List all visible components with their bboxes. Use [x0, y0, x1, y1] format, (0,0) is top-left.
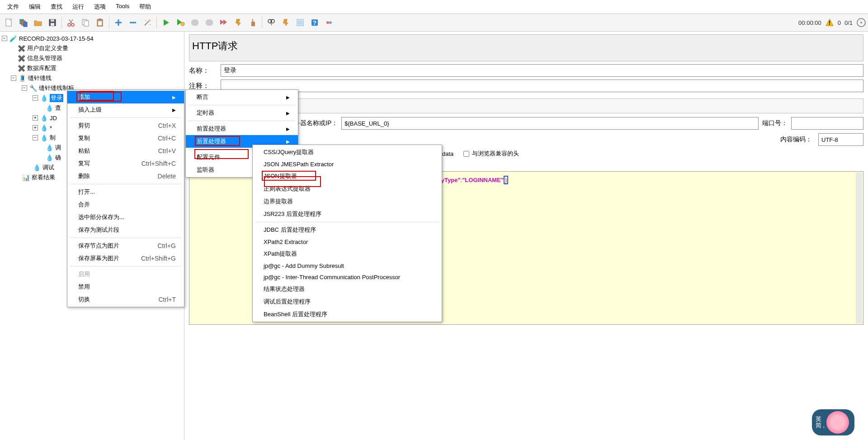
- port-label: 端口号：: [762, 119, 788, 127]
- menu-item[interactable]: 删除Delete: [67, 170, 184, 183]
- browser-compat-checkbox[interactable]: [463, 151, 469, 157]
- tree-toggle[interactable]: +: [33, 115, 38, 121]
- tree-item[interactable]: 确: [55, 154, 61, 162]
- sampler-icon: 💧: [40, 94, 48, 102]
- add-icon[interactable]: [112, 16, 125, 29]
- tree-item[interactable]: 信息头管理器: [27, 54, 62, 62]
- menu-item[interactable]: 启用: [67, 268, 184, 281]
- menu-item[interactable]: CSS/JQuery提取器: [253, 146, 442, 159]
- menu-item[interactable]: 添加▶: [67, 91, 184, 103]
- menu-help[interactable]: 帮助: [135, 2, 156, 12]
- controller-icon: 🔧: [29, 84, 37, 92]
- menu-item[interactable]: jp@gc - Add Dummy Subresult: [253, 260, 442, 271]
- menu-item[interactable]: 正则表达式提取器: [253, 183, 442, 195]
- tree-item[interactable]: 察看结果: [32, 173, 55, 182]
- menu-item[interactable]: JSON JMESPath Extractor: [253, 159, 442, 170]
- menu-item[interactable]: 定时器▶: [186, 107, 298, 119]
- tree-item[interactable]: 调: [55, 144, 61, 152]
- tree-item[interactable]: 数据库配置: [27, 64, 57, 72]
- menu-item[interactable]: 前置处理器▶: [186, 122, 298, 135]
- port-input[interactable]: [791, 117, 863, 130]
- menu-item[interactable]: 边界提取器: [253, 195, 442, 208]
- wand-icon[interactable]: [141, 16, 154, 29]
- tree-toggle[interactable]: −: [33, 95, 38, 101]
- menu-item[interactable]: JSR223 后置处理程序: [253, 208, 442, 220]
- tree-item[interactable]: 用户自定义变量: [27, 44, 68, 52]
- menu-item[interactable]: 结果状态处理器: [253, 283, 442, 295]
- tree-item-selected[interactable]: 登录: [50, 94, 63, 102]
- copy-icon[interactable]: [79, 16, 92, 29]
- search-icon[interactable]: [264, 16, 278, 29]
- comment-input[interactable]: [221, 80, 863, 92]
- tree-item[interactable]: JD: [50, 115, 57, 122]
- help-icon[interactable]: ?: [308, 16, 321, 29]
- menu-item[interactable]: 切换Ctrl+T: [67, 293, 184, 306]
- new-icon[interactable]: [2, 16, 16, 29]
- scrollbar[interactable]: [856, 173, 862, 323]
- context-menu-main[interactable]: 添加▶插入上级▶剪切Ctrl+X复制Ctrl+C粘贴Ctrl+V复写Ctrl+S…: [67, 89, 184, 307]
- tree-item[interactable]: 缝针缝线: [28, 74, 52, 82]
- listener-icon: 📊: [22, 173, 30, 182]
- tree-toggle[interactable]: +: [33, 125, 38, 131]
- open-icon[interactable]: [31, 16, 45, 29]
- ime-indicator[interactable]: 英 简 ,: [812, 409, 854, 435]
- warning-icon[interactable]: !: [825, 18, 834, 27]
- menu-item[interactable]: 合并: [67, 198, 184, 211]
- menu-item[interactable]: jp@gc - Inter-Thread Communication PostP…: [253, 271, 442, 283]
- plugin-icon[interactable]: [322, 16, 336, 29]
- tree-item[interactable]: 制: [50, 134, 56, 142]
- menu-item[interactable]: 禁用: [67, 281, 184, 293]
- tree-item[interactable]: 查: [55, 104, 61, 112]
- encoding-input[interactable]: [818, 133, 863, 146]
- menu-item[interactable]: JDBC 后置处理程序: [253, 224, 442, 236]
- tree-toggle[interactable]: −: [33, 135, 38, 140]
- menu-edit[interactable]: 编辑: [24, 2, 45, 12]
- menu-item[interactable]: 复制Ctrl+C: [67, 132, 184, 145]
- tree-toggle[interactable]: −: [2, 36, 7, 41]
- remove-icon[interactable]: [126, 16, 140, 29]
- menu-tools[interactable]: Tools: [111, 2, 134, 12]
- cut-icon[interactable]: [64, 16, 78, 29]
- tree-toggle[interactable]: −: [11, 75, 16, 81]
- function-helper-icon[interactable]: [293, 16, 307, 29]
- context-menu-postprocessor[interactable]: CSS/JQuery提取器JSON JMESPath ExtractorJSON…: [252, 145, 442, 322]
- menu-search[interactable]: 查找: [46, 2, 67, 12]
- menu-item[interactable]: XPath提取器: [253, 248, 442, 260]
- menu-item[interactable]: 断言▶: [186, 91, 298, 103]
- server-input[interactable]: [341, 117, 759, 130]
- tree-toggle[interactable]: −: [22, 85, 27, 91]
- menu-item[interactable]: 调试后置处理程序: [253, 295, 442, 308]
- menu-item[interactable]: BeanShell 后置处理程序: [253, 308, 442, 321]
- name-input[interactable]: [221, 64, 863, 77]
- menu-file[interactable]: 文件: [3, 2, 24, 12]
- menu-run[interactable]: 运行: [68, 2, 89, 12]
- menu-options[interactable]: 选项: [90, 2, 110, 12]
- tree-item[interactable]: 调试: [42, 164, 54, 172]
- save-icon[interactable]: [46, 16, 59, 29]
- stop-icon[interactable]: [188, 16, 202, 29]
- menu-item[interactable]: 保存节点为图片Ctrl+G: [67, 239, 184, 252]
- start-icon[interactable]: [159, 16, 173, 29]
- menu-item[interactable]: 插入上级▶: [67, 103, 184, 116]
- menu-item[interactable]: 打开...: [67, 186, 184, 198]
- menu-item[interactable]: 粘贴Ctrl+V: [67, 145, 184, 157]
- gauge-icon[interactable]: [856, 18, 866, 28]
- menu-item[interactable]: XPath2 Extractor: [253, 236, 442, 248]
- menu-item[interactable]: 复写Ctrl+Shift+C: [67, 157, 184, 170]
- menu-item[interactable]: JSON提取器: [253, 170, 442, 183]
- tree-item[interactable]: *: [50, 125, 52, 131]
- shutdown-icon[interactable]: [203, 16, 216, 29]
- clear-icon[interactable]: [231, 16, 245, 29]
- remote-start-icon[interactable]: [217, 16, 231, 29]
- tree-root[interactable]: RECORD-2023-03-17-15-54: [19, 35, 94, 42]
- code-cursor: }: [504, 176, 508, 184]
- menu-item[interactable]: 剪切Ctrl+X: [67, 119, 184, 132]
- paste-icon[interactable]: [93, 16, 107, 29]
- reset-search-icon[interactable]: [279, 16, 292, 29]
- clear-all-icon[interactable]: [246, 16, 259, 29]
- templates-icon[interactable]: [17, 16, 30, 29]
- start-no-timer-icon[interactable]: [174, 16, 187, 29]
- menu-item[interactable]: 保存为测试片段: [67, 224, 184, 236]
- menu-item[interactable]: 选中部分保存为...: [67, 211, 184, 224]
- menu-item[interactable]: 保存屏幕为图片Ctrl+Shift+G: [67, 252, 184, 265]
